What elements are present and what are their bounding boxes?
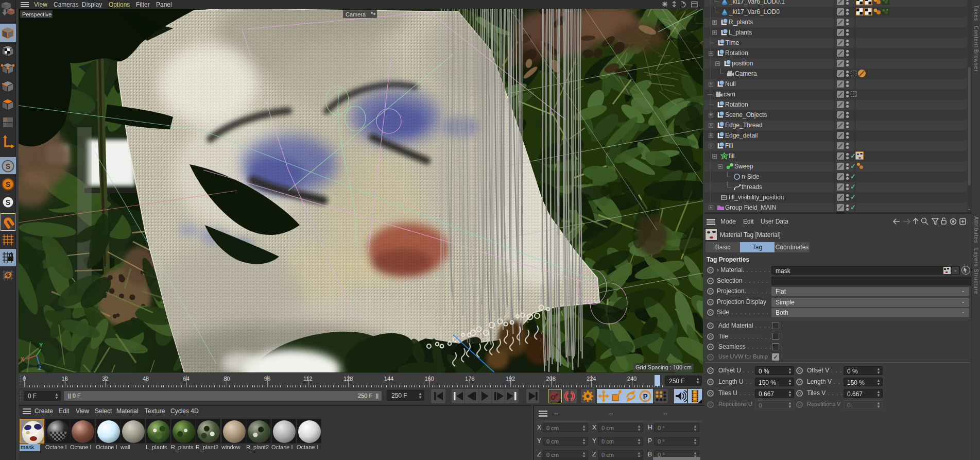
svg-text:S: S <box>6 162 10 171</box>
svg-text:X: X <box>21 356 25 362</box>
svg-text:Grid Spacing : 100 cm: Grid Spacing : 100 cm <box>635 364 692 370</box>
svg-text:S: S <box>6 180 10 189</box>
svg-text:Z: Z <box>38 365 42 371</box>
svg-text:Camera: Camera <box>346 11 366 18</box>
svg-text:Perspective: Perspective <box>22 11 51 18</box>
svg-text:Y: Y <box>39 342 43 348</box>
svg-text:S: S <box>6 198 10 207</box>
svg-text:P: P <box>643 393 648 400</box>
